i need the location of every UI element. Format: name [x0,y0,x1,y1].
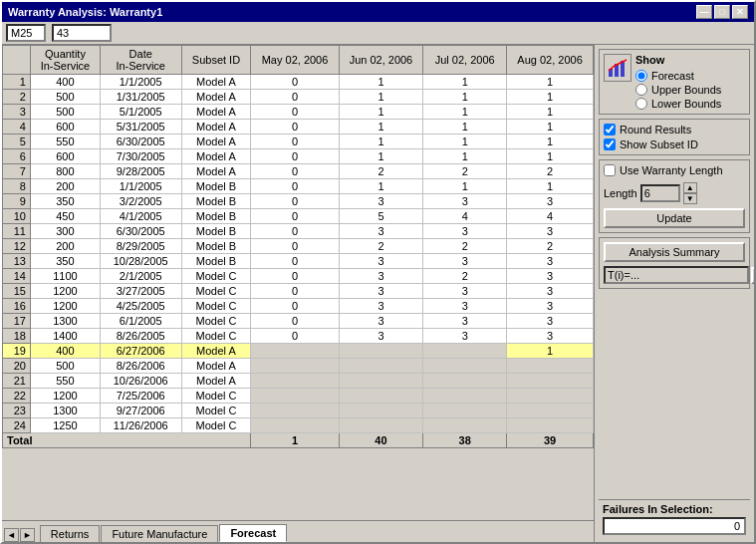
failures-group: Failures In Selection: 0 [599,499,750,538]
table-row[interactable]: 93503/2/2005Model B0333 [3,194,594,209]
table-row[interactable]: 25001/31/2005Model A0111 [3,90,594,105]
update-button[interactable]: Update [604,208,745,228]
lower-bounds-radio[interactable] [635,98,647,110]
chart-icon [604,54,631,82]
cell-value-input[interactable] [52,24,112,42]
length-label: Length [604,187,637,199]
cell-ref-input[interactable] [6,24,46,42]
forecast-radio-label[interactable]: Forecast [635,70,721,82]
tab-left-arrow[interactable]: ◄ [4,528,19,542]
show-label: Show [635,54,721,66]
length-input[interactable] [640,184,680,202]
tab-future-manufacture[interactable]: Future Manufacture [101,525,218,542]
table-row[interactable]: 1335010/28/2005Model B0333 [3,254,594,269]
lower-bounds-radio-label[interactable]: Lower Bounds [635,98,721,110]
tab-icons: ◄ ► [4,528,36,542]
table-row[interactable]: 113006/30/2005Model B0333 [3,224,594,239]
table-row[interactable]: 55506/30/2005Model A0111 [3,135,594,149]
table-area: QuantityIn-Service DateIn-Service Subset… [2,45,595,542]
title-bar-buttons: — □ ✕ [696,5,748,19]
table-row[interactable]: 2155010/26/2006Model A [3,374,594,389]
table-row[interactable]: 2212007/25/2006Model C [3,389,594,404]
table-row[interactable]: 1814008/26/2005Model C0333 [3,329,594,344]
col-header-qty: QuantityIn-Service [30,46,100,75]
total-aug: 39 [507,433,594,448]
col-header-jun: Jun 02, 2006 [339,46,423,75]
title-bar: Warranty Analysis: Warranty1 — □ ✕ [2,2,754,22]
use-warranty-label[interactable]: Use Warranty Length [604,164,745,176]
col-header-may: May 02, 2006 [251,46,339,75]
show-subset-id-text: Show Subset ID [620,138,698,150]
col-header-jul: Jul 02, 2006 [423,46,507,75]
col-header-aug: Aug 02, 2006 [507,46,594,75]
table-row[interactable]: 35005/1/2005Model A0111 [3,105,594,120]
table-row[interactable]: 66007/30/2005Model A0111 [3,149,594,164]
col-header-date: DateIn-Service [100,46,181,75]
options-group: Round Results Show Subset ID [599,119,750,155]
table-row[interactable]: 82001/1/2005Model B0111 [3,179,594,194]
round-results-text: Round Results [620,124,691,136]
table-row[interactable]: 1713006/1/2005Model C0333 [3,314,594,329]
use-warranty-checkbox[interactable] [604,164,616,176]
table-row[interactable]: 104504/1/2005Model B0544 [3,209,594,224]
round-results-checkbox[interactable] [604,124,616,136]
table-row[interactable]: 2313009/27/2006Model C [3,404,594,418]
failures-value: 0 [603,517,746,535]
table-row[interactable]: 205008/26/2006Model A [3,359,594,374]
col-header-rownum [3,46,31,75]
formula-input[interactable] [604,266,749,284]
failures-label: Failures In Selection: [603,503,746,515]
total-jun: 40 [339,433,423,448]
maximize-button[interactable]: □ [714,5,730,19]
close-button[interactable]: ✕ [732,5,748,19]
total-label: Total [3,433,251,448]
upper-bounds-radio-label[interactable]: Upper Bounds [635,84,721,96]
browse-button[interactable]: ... [751,267,754,284]
tab-returns[interactable]: Returns [40,525,101,542]
total-row: Total 1 40 38 39 [3,433,594,448]
table-row[interactable]: 1612004/25/2005Model C0333 [3,299,594,314]
table-row[interactable]: 122008/29/2005Model B0222 [3,239,594,254]
show-subset-id-checkbox[interactable] [604,138,616,150]
main-area: QuantityIn-Service DateIn-Service Subset… [2,45,754,542]
formula-row: ... [604,266,745,284]
right-panel: Show Forecast Upper Bounds [595,45,754,542]
forecast-label: Forecast [651,70,694,82]
minimize-button[interactable]: — [696,5,712,19]
lower-bounds-label: Lower Bounds [651,98,721,110]
table-row[interactable]: 1512003/27/2005Model C0333 [3,284,594,299]
window-title: Warranty Analysis: Warranty1 [8,6,162,18]
data-table: QuantityIn-Service DateIn-Service Subset… [2,45,594,448]
show-subset-id-label[interactable]: Show Subset ID [604,138,745,150]
total-jul: 38 [423,433,507,448]
total-may: 1 [251,433,339,448]
table-row[interactable]: 46005/31/2005Model A0111 [3,120,594,135]
warranty-title: Use Warranty Length [620,164,723,176]
round-results-label[interactable]: Round Results [604,124,745,136]
forecast-radio[interactable] [635,70,647,82]
checkbox-group: Round Results Show Subset ID [604,124,745,150]
analysis-summary-button[interactable]: Analysis Summary [604,242,745,262]
table-row[interactable]: 24125011/26/2006Model C [3,418,594,433]
tab-bar: ◄ ► Returns Future Manufacture Forecast [2,520,594,542]
upper-bounds-label: Upper Bounds [651,84,721,96]
warranty-group: Use Warranty Length Length ▲ ▼ Update [599,159,750,233]
show-group: Show Forecast Upper Bounds [599,49,750,115]
upper-bounds-radio[interactable] [635,84,647,96]
analysis-group: Analysis Summary ... [599,237,750,289]
length-down-arrow[interactable]: ▼ [683,193,697,204]
length-up-arrow[interactable]: ▲ [683,182,697,193]
col-header-subset: Subset ID [181,46,251,75]
table-row[interactable]: 1411002/1/2005Model C0323 [3,269,594,284]
tab-right-arrow[interactable]: ► [20,528,35,542]
table-row[interactable]: 78009/28/2005Model A0222 [3,164,594,179]
spacer [599,293,750,495]
table-row[interactable]: 14001/1/2005Model A0111 [3,75,594,90]
main-window: Warranty Analysis: Warranty1 — □ ✕ Quant… [0,0,756,544]
cell-ref-bar [2,22,754,45]
table-row[interactable]: 194006/27/2006Model A1 [3,344,594,359]
table-wrapper[interactable]: QuantityIn-Service DateIn-Service Subset… [2,45,594,520]
show-radio-group: Forecast Upper Bounds Lower Bounds [635,70,721,110]
warranty-length-row: Length ▲ ▼ [604,182,745,204]
tab-forecast[interactable]: Forecast [219,524,287,542]
